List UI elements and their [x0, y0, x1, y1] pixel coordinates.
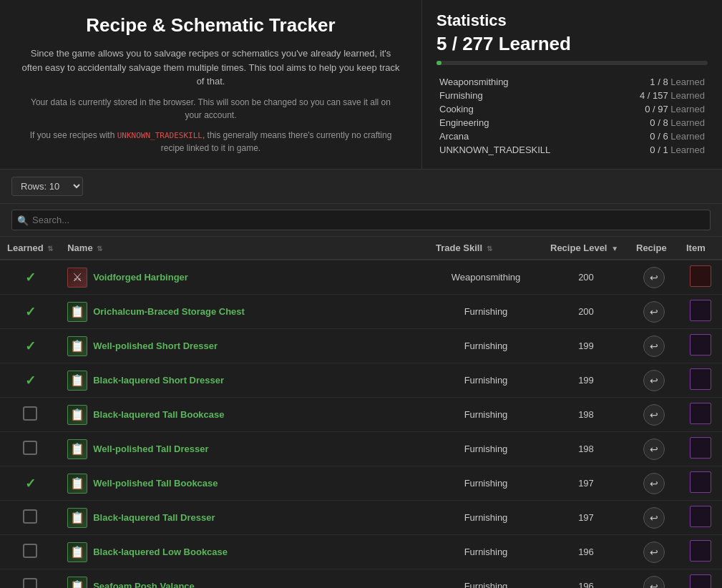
- item-name-link[interactable]: Black-laquered Tall Bookcase: [93, 409, 224, 420]
- item-name-link[interactable]: Seafoam Posh Valance: [93, 581, 195, 588]
- item-name-link[interactable]: Voidforged Harbinger: [93, 272, 188, 283]
- item-name-link[interactable]: Well-polished Tall Dresser: [93, 444, 208, 454]
- recipe-button[interactable]: ↩: [643, 507, 665, 529]
- item-icon: 📋: [67, 577, 87, 589]
- search-input[interactable]: [11, 210, 711, 230]
- name-cell: 📋 Black-laquered Short Dresser: [60, 363, 429, 398]
- search-wrapper: 🔍: [11, 210, 711, 230]
- col-header-level[interactable]: Recipe Level ▼: [543, 237, 629, 260]
- intro-panel: Recipe & Schematic Tracker Since the gam…: [0, 0, 422, 169]
- sort-icon-name: ⇅: [97, 245, 102, 253]
- item-cell: [679, 501, 722, 535]
- sort-icon-tradeskill: ⇅: [487, 245, 492, 253]
- item-cell: [679, 432, 722, 466]
- stat-value: 0 / 1 Learned: [605, 143, 708, 157]
- learned-cell: ✓: [0, 363, 60, 398]
- item-thumbnail: [690, 437, 711, 459]
- learned-cell: [0, 398, 60, 432]
- recipe-button[interactable]: ↩: [643, 370, 665, 391]
- toolbar: Rows: 10 Rows: 25 Rows: 50 Rows: 100: [0, 170, 722, 204]
- search-icon: 🔍: [17, 215, 29, 225]
- progress-bar-container: [436, 61, 708, 65]
- recipe-cell: ↩: [629, 569, 679, 589]
- learned-checkbox[interactable]: [23, 406, 37, 421]
- table-row: 📋 Black-laquered Tall Bookcase Furnishin…: [0, 398, 722, 432]
- learned-checkmark[interactable]: ✓: [25, 270, 36, 285]
- item-name-wrapper: 📋 Black-laquered Low Bookcase: [67, 542, 421, 562]
- recipe-cell: ↩: [629, 501, 679, 535]
- recipe-button[interactable]: ↩: [643, 335, 665, 357]
- stat-name: Arcana: [436, 129, 605, 143]
- item-thumbnail: [690, 574, 711, 588]
- stat-value: 1 / 8 Learned: [605, 75, 708, 89]
- item-icon: ⚔: [67, 268, 87, 288]
- name-cell: 📋 Seafoam Posh Valance: [60, 569, 429, 589]
- item-icon: 📋: [67, 405, 87, 425]
- tradeskill-cell: Furnishing: [429, 432, 543, 466]
- col-header-name[interactable]: Name ⇅: [60, 237, 429, 260]
- item-icon: 📋: [67, 302, 87, 322]
- item-name-link[interactable]: Black-laquered Tall Dresser: [93, 512, 215, 523]
- recipe-button[interactable]: ↩: [643, 267, 665, 288]
- item-name-link[interactable]: Well-polished Tall Bookcase: [93, 478, 218, 489]
- item-icon: 📋: [67, 439, 87, 459]
- item-icon: 📋: [67, 474, 87, 494]
- learned-checkbox[interactable]: [23, 544, 37, 558]
- stats-row: Arcana 0 / 6 Learned: [436, 129, 708, 143]
- stats-row: Engineering 0 / 8 Learned: [436, 116, 708, 129]
- name-cell: 📋 Black-laquered Tall Bookcase: [60, 398, 429, 432]
- recipe-button[interactable]: ↩: [643, 438, 665, 460]
- recipe-cell: ↩: [629, 466, 679, 501]
- item-thumbnail: [690, 300, 711, 321]
- item-name-link[interactable]: Black-laquered Low Bookcase: [93, 547, 228, 557]
- learned-checkmark[interactable]: ✓: [25, 373, 36, 388]
- item-cell: [679, 260, 722, 295]
- item-name-link[interactable]: Well-polished Short Dresser: [93, 340, 218, 351]
- item-cell: [679, 398, 722, 432]
- stats-row: Cooking 0 / 97 Learned: [436, 102, 708, 116]
- recipe-button[interactable]: ↩: [643, 404, 665, 426]
- recipe-button[interactable]: ↩: [643, 576, 665, 589]
- recipe-button[interactable]: ↩: [643, 473, 665, 494]
- col-header-learned[interactable]: Learned ⇅: [0, 237, 60, 260]
- item-name-wrapper: 📋 Black-laquered Tall Dresser: [67, 508, 421, 528]
- item-thumbnail: [690, 265, 711, 287]
- item-thumbnail: [690, 403, 711, 424]
- stats-row: Furnishing 4 / 157 Learned: [436, 89, 708, 102]
- learned-checkbox[interactable]: [23, 509, 37, 524]
- item-name-wrapper: ⚔ Voidforged Harbinger: [67, 268, 421, 288]
- item-icon: 📋: [67, 542, 87, 562]
- progress-bar-fill: [436, 61, 442, 65]
- recipe-cell: ↩: [629, 295, 679, 329]
- stat-name: Weaponsmithing: [436, 75, 605, 89]
- learned-checkmark[interactable]: ✓: [25, 339, 36, 353]
- table-row: ✓ 📋 Well-polished Tall Bookcase Furnishi…: [0, 466, 722, 501]
- name-cell: 📋 Well-polished Tall Dresser: [60, 432, 429, 466]
- tradeskill-cell: Furnishing: [429, 466, 543, 501]
- item-name-wrapper: 📋 Orichalcum-Braced Storage Chest: [67, 302, 421, 322]
- stat-name: Furnishing: [436, 89, 605, 102]
- level-cell: 196: [543, 535, 629, 569]
- tradeskill-cell: Furnishing: [429, 535, 543, 569]
- level-cell: 199: [543, 363, 629, 398]
- level-cell: 196: [543, 569, 629, 589]
- stat-name: Cooking: [436, 102, 605, 116]
- col-header-item: Item: [679, 237, 722, 260]
- item-name-link[interactable]: Black-laquered Short Dresser: [93, 375, 224, 386]
- level-cell: 200: [543, 295, 629, 329]
- col-header-recipe: Recipe: [629, 237, 679, 260]
- level-cell: 197: [543, 466, 629, 501]
- learned-checkbox[interactable]: [23, 441, 37, 455]
- tradeskill-cell: Furnishing: [429, 363, 543, 398]
- item-name-link[interactable]: Orichalcum-Braced Storage Chest: [93, 306, 245, 317]
- table-row: 📋 Seafoam Posh Valance Furnishing 196 ↩: [0, 569, 722, 589]
- col-header-tradeskill[interactable]: Trade Skill ⇅: [429, 237, 543, 260]
- learned-cell: [0, 569, 60, 589]
- recipe-button[interactable]: ↩: [643, 542, 665, 563]
- learned-checkbox[interactable]: [23, 578, 37, 588]
- rows-dropdown[interactable]: Rows: 10 Rows: 25 Rows: 50 Rows: 100: [11, 177, 83, 196]
- learned-checkmark[interactable]: ✓: [25, 476, 36, 491]
- learned-checkmark[interactable]: ✓: [25, 305, 36, 319]
- stats-table: Weaponsmithing 1 / 8 Learned Furnishing …: [436, 75, 708, 157]
- recipe-button[interactable]: ↩: [643, 301, 665, 323]
